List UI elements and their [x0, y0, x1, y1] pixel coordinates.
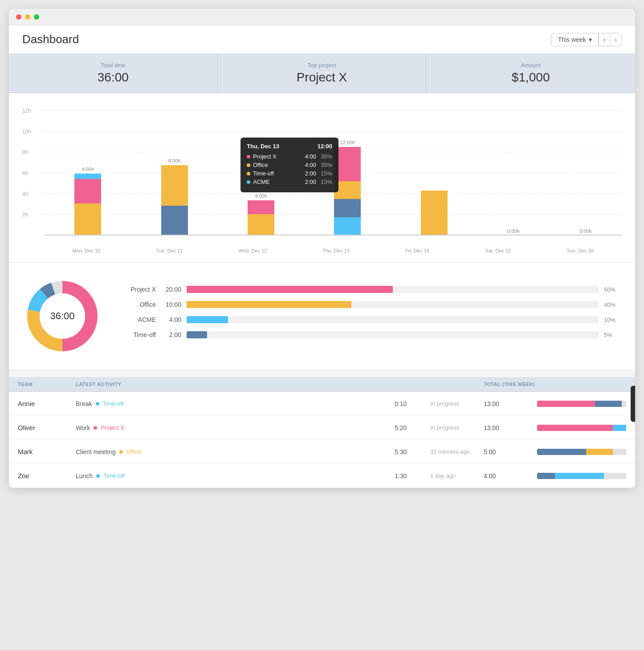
hbar-time: 20:00: [161, 286, 181, 293]
bar-segment: [421, 191, 448, 236]
team-duration: 5:20: [395, 424, 430, 431]
bar-group[interactable]: -: [421, 183, 448, 236]
x-axis-label: Mon, Dec 10: [73, 248, 100, 253]
x-axis-label: Fri, Dec 14: [405, 248, 429, 253]
hbar-track: [187, 286, 599, 293]
bar-total-label: 0:00h: [579, 228, 592, 234]
tooltip-time-4: 2:00: [298, 179, 316, 185]
bar-group[interactable]: 8:00h: [161, 158, 188, 236]
week-selector-button[interactable]: This week ▾: [552, 33, 599, 46]
hbar-time: 10:00: [161, 301, 181, 308]
tooltip-dot-3: [247, 172, 250, 175]
col-activity: LATEST ACTIVITY: [76, 382, 395, 387]
hbar-row: Office 10:00 40%: [120, 301, 622, 308]
title-bar: [9, 9, 635, 25]
tooltip-pct-4: 15%: [319, 179, 332, 185]
activity-dot: [94, 426, 97, 430]
activity-type: Client meeting: [76, 448, 116, 455]
x-axis-label: Sun, Dec 16: [567, 248, 594, 253]
col-duration: [395, 382, 430, 387]
nav-next-button[interactable]: ›: [610, 33, 621, 46]
team-member-name: Mark: [18, 448, 76, 455]
mini-bar-segment: [613, 425, 626, 431]
hbar-label: Office: [120, 301, 156, 308]
bar-segment: [161, 206, 188, 236]
hbar-track: [187, 301, 599, 308]
activity-dot: [96, 402, 99, 406]
stats-row: Total time 36:00 Top project Project X A…: [9, 54, 635, 93]
tooltip-header: Thu, Dec 13 12:00: [247, 143, 332, 150]
tooltip-row-2: Office 4:00 35%: [247, 162, 332, 168]
team-row[interactable]: Mark Client meeting Office 5:30 32 minut…: [9, 440, 635, 464]
tooltip-time-2: 4:00: [298, 162, 316, 168]
mini-bar-segment: [613, 449, 626, 455]
hbar-fill: [187, 301, 351, 308]
x-axis-label: Wed, Dec 12: [239, 248, 267, 253]
team-status: In progress: [430, 424, 484, 431]
tooltip-pct-1: 35%: [319, 153, 332, 160]
hbar-track: [187, 316, 599, 323]
bar-total-label: 4:00h: [255, 193, 267, 199]
nav-prev-button[interactable]: ‹: [599, 33, 610, 46]
col-team: TEAM: [18, 382, 76, 387]
hbar-pct: 40%: [604, 301, 622, 308]
total-time-value: 36:00: [18, 70, 208, 85]
bar-stack: [421, 191, 448, 236]
top-project-value: Project X: [227, 70, 417, 85]
bar-segment: [248, 214, 274, 236]
team-row[interactable]: Oliver Work Project X 5:20 In progress 1…: [9, 416, 635, 440]
main-window: Dashboard This week ▾ ‹ › Total time 36:…: [9, 9, 635, 488]
close-dot[interactable]: [16, 14, 21, 20]
tooltip-time: 12:00: [318, 143, 332, 150]
minimize-dot[interactable]: [25, 14, 30, 20]
bar-segment: [74, 179, 101, 203]
bar-chart-tooltip: Thu, Dec 13 12:00 Project X 4:00 35% Off…: [240, 138, 338, 192]
team-row[interactable]: Zoe Lunch Time-off 1:30 1 day ago 4:00: [9, 464, 635, 488]
hbar-label: Time-off: [120, 331, 156, 338]
maximize-dot[interactable]: [34, 14, 39, 20]
page-title: Dashboard: [22, 32, 79, 46]
team-activity: Lunch Time-off: [76, 472, 395, 479]
activity-type: Break: [76, 400, 92, 407]
team-duration: 1:30: [395, 472, 430, 479]
bar-total-label: 4:00h: [82, 167, 94, 172]
tooltip-date: Thu, Dec 13: [247, 143, 279, 150]
x-axis-label: Tue, Dec 11: [156, 248, 183, 253]
col-total: TOTAL (THIS WEEK): [484, 382, 537, 387]
bar-group[interactable]: 4:00h: [248, 193, 274, 236]
team-rows: Annie Break Time-off 0:10 In progress 13…: [9, 392, 635, 488]
tooltip-pct-3: 15%: [319, 170, 332, 177]
bar-group[interactable]: 4:00h: [74, 167, 101, 236]
hbar-label: ACME: [120, 316, 156, 323]
hbar-pct: 5%: [604, 332, 622, 338]
grid-label: 10h: [22, 129, 31, 135]
team-duration: 0:10: [395, 400, 430, 407]
tooltip-dot-2: [247, 163, 250, 167]
hbar-track: [187, 331, 599, 338]
bar-segment: [74, 174, 101, 179]
tooltip-time-3: 2:00: [298, 170, 316, 177]
hbar-fill: [187, 316, 228, 323]
team-mini-bar: [537, 473, 626, 479]
hbar-fill: [187, 286, 393, 293]
team-mini-bar: [537, 425, 626, 431]
team-status: 1 day ago: [430, 472, 484, 479]
tooltip-name-3: Time-off: [253, 170, 296, 177]
col-status: [430, 382, 484, 387]
team-activity: Client meeting Office: [76, 448, 395, 455]
tooltip-dot-1: [247, 155, 250, 158]
bar-segment: [161, 165, 188, 206]
bar-chart-section: 12h10h8h6h4h2h 4:00h8:00h4:00h12:00h-0:0…: [9, 93, 635, 263]
hbar-pct: 50%: [604, 286, 622, 293]
hbar-row: Project X 20:00 50%: [120, 286, 622, 293]
hbar-fill: [187, 331, 207, 338]
team-activity: Break Time-off: [76, 400, 395, 407]
mini-bar-segment: [604, 473, 626, 479]
x-axis-label: Sat, Dec 15: [485, 248, 511, 253]
tooltip-row-4: ACME 2:00 15%: [247, 179, 332, 185]
total-time-label: Total time: [18, 62, 208, 69]
week-label: This week: [558, 36, 586, 43]
mini-bar-segment: [555, 473, 604, 479]
team-row[interactable]: Annie Break Time-off 0:10 In progress 13…: [9, 392, 635, 416]
activity-tag: Project X: [101, 424, 124, 431]
